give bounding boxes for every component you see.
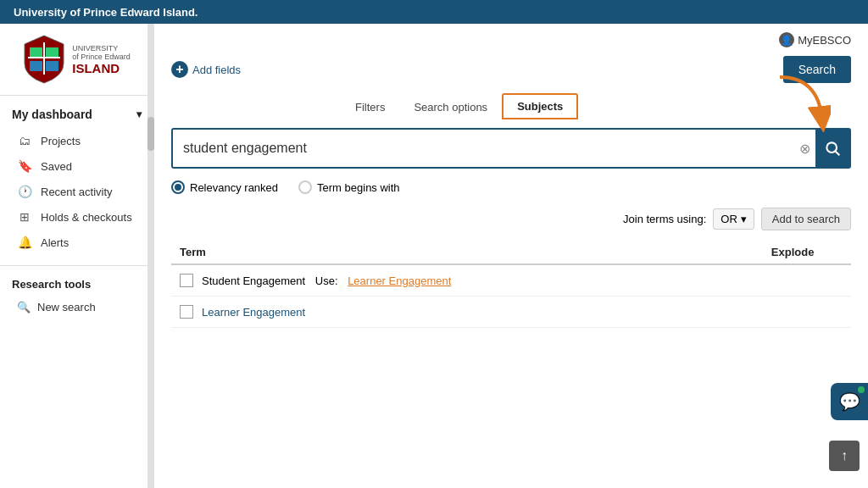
sidebar-scrollbar[interactable] [147,24,154,488]
sidebar-item-projects[interactable]: 🗂 Projects [0,128,153,153]
result-term-cell: Student Engagement Use: Learner Engageme… [171,264,734,297]
join-terms-value: OR [721,213,737,225]
svg-rect-3 [46,61,58,71]
tab-filters-label: Filters [355,101,385,114]
tab-subjects-label: Subjects [517,100,563,113]
search-go-icon [824,140,841,157]
result-term-cell: Learner Engagement [171,297,734,328]
tabs-row: Filters Search options Subjects [154,90,868,119]
scroll-to-top-button[interactable]: ↑ [829,441,860,471]
add-to-search-button[interactable]: Add to search [761,208,851,230]
radio-term-begins-label: Term begins with [317,181,400,194]
add-fields-button[interactable]: + Add fields [171,61,241,78]
svg-line-7 [836,152,840,156]
radio-options-row: Relevancy ranked Term begins with [154,177,868,204]
sidebar-item-recent-activity[interactable]: 🕐 Recent activity [0,179,153,204]
radio-term-begins-circle [298,180,312,194]
saved-icon: 🔖 [17,159,32,173]
add-fields-plus-icon: + [171,61,188,78]
sidebar-item-alerts[interactable]: 🔔 Alerts [0,230,153,255]
sidebar-item-label: Alerts [41,236,69,249]
sidebar-item-label: Recent activity [41,186,113,198]
sidebar-logo: UNIVERSITY of Prince Edward ISLAND [0,24,153,96]
search-button[interactable]: Search [783,56,851,83]
tab-filters[interactable]: Filters [341,95,399,119]
tab-search-options-label: Search options [414,101,487,114]
holds-icon: ⊞ [17,210,32,224]
search-input-section: ⊗ [154,119,868,177]
result-link[interactable]: Learner Engagement [202,306,305,319]
result-link[interactable]: Learner Engagement [348,274,451,287]
top-bar-title: University of Prince Edward Island. [14,6,198,19]
scroll-top-icon: ↑ [841,448,848,463]
sidebar-nav: 🗂 Projects 🔖 Saved 🕐 Recent activity ⊞ H… [0,128,153,262]
radio-relevancy-circle [171,180,185,194]
svg-rect-0 [30,47,42,58]
alerts-icon: 🔔 [17,236,32,249]
top-bar: University of Prince Edward Island. [0,0,868,24]
logo-university-text: UNIVERSITY [72,44,131,53]
join-terms-select[interactable]: OR ▾ [713,208,754,230]
main-content: 👤 MyEBSCO + Add fields Search Filters Se… [154,24,868,488]
my-dashboard-label: My dashboard [12,108,92,121]
table-row: Student Engagement Use: Learner Engageme… [171,264,851,297]
sidebar-item-saved[interactable]: 🔖 Saved [0,153,153,179]
search-clear-button[interactable]: ⊗ [794,136,815,162]
radio-relevancy-inner [175,184,181,191]
svg-rect-1 [46,47,58,58]
logo-of-text: of Prince Edward [72,53,131,61]
sidebar-item-label: Saved [41,160,72,173]
research-tools-label: Research tools [0,269,153,294]
recent-activity-icon: 🕐 [17,185,32,198]
myebsco-link[interactable]: 👤 MyEBSCO [779,32,851,47]
result-use-text: Use: [315,274,338,287]
col-explode-header: Explode [734,241,851,264]
my-dashboard-header[interactable]: My dashboard ▾ [0,96,153,128]
add-fields-label: Add fields [192,64,241,76]
radio-relevancy[interactable]: Relevancy ranked [171,180,278,194]
logo-island-text: ISLAND [72,61,131,75]
projects-icon: 🗂 [17,134,32,147]
sidebar-scrollbar-thumb[interactable] [147,117,154,151]
myebsco-label: MyEBSCO [798,34,851,47]
join-terms-chevron-icon: ▾ [741,213,747,225]
col-term-header: Term [171,241,734,264]
radio-term-begins[interactable]: Term begins with [298,180,400,194]
sidebar-divider [0,265,153,266]
subjects-search-wrapper: ⊗ [171,128,851,169]
dashboard-chevron-icon: ▾ [136,108,142,120]
sidebar-item-label: Projects [41,135,81,147]
sidebar-item-label: Holds & checkouts [41,211,132,224]
result-term-text: Student Engagement [202,274,305,287]
tab-search-options[interactable]: Search options [399,95,502,119]
sidebar-item-holds-checkouts[interactable]: ⊞ Holds & checkouts [0,204,153,230]
search-go-button[interactable] [815,130,849,167]
myebsco-account-icon: 👤 [779,32,794,47]
myebsco-row: 👤 MyEBSCO [154,24,868,53]
svg-rect-2 [30,61,42,71]
upei-shield-icon [23,34,65,85]
sidebar: UNIVERSITY of Prince Edward ISLAND My da… [0,24,154,320]
chat-button[interactable]: 💬 [831,383,868,420]
join-terms-label: Join terms using: [623,213,706,225]
radio-relevancy-label: Relevancy ranked [190,181,278,194]
chat-status-dot [856,385,866,395]
tab-subjects[interactable]: Subjects [502,93,578,119]
new-search-icon: 🔍 [17,301,31,313]
sidebar-item-new-search[interactable]: 🔍 New search [0,294,153,320]
result-explode-cell [734,297,851,328]
table-row: Learner Engagement [171,297,851,328]
result-checkbox[interactable] [180,274,193,287]
new-search-label: New search [37,301,96,313]
join-terms-row: Join terms using: OR ▾ Add to search [154,204,868,241]
subjects-search-input[interactable] [173,132,794,164]
result-explode-cell [734,264,851,297]
chat-icon: 💬 [839,391,860,412]
results-table: Term Explode Student Engagement Use: [171,241,851,328]
svg-point-6 [826,142,837,152]
search-bar-row: + Add fields Search [154,53,868,90]
result-checkbox[interactable] [180,305,193,319]
